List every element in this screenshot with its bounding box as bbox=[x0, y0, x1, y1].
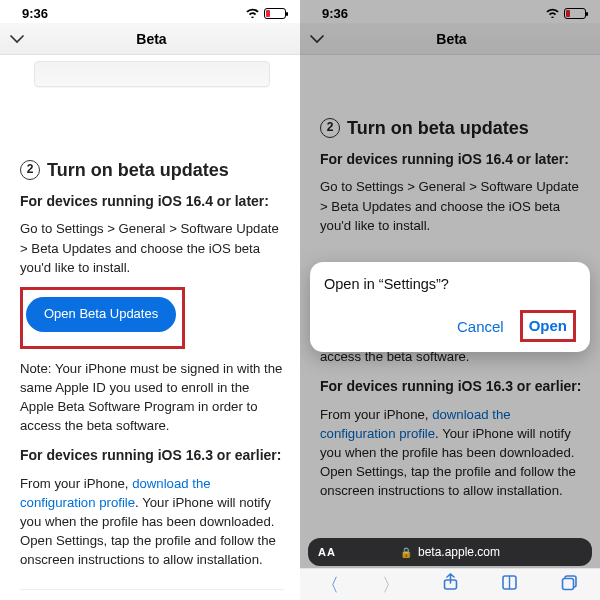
step-2-heading: 2Turn on beta updates bbox=[20, 157, 284, 183]
bottom-bar: 〈 〉 bbox=[300, 568, 600, 600]
subhead-164: For devices running iOS 16.4 or later: bbox=[20, 191, 284, 211]
bookmarks-icon[interactable] bbox=[501, 574, 518, 596]
left-screenshot: 9:36 Beta 2Turn on beta updates For devi… bbox=[0, 0, 300, 600]
open-button[interactable]: Open bbox=[529, 317, 567, 334]
lock-icon: 🔒 bbox=[400, 547, 412, 558]
preview-image bbox=[34, 61, 270, 87]
forward-icon: 〉 bbox=[382, 573, 400, 597]
modal-title: Open in “Settings”? bbox=[324, 276, 576, 292]
url-bar[interactable]: AA 🔒 beta.apple.com bbox=[308, 538, 592, 566]
share-icon[interactable] bbox=[442, 573, 459, 596]
back-chevron-icon[interactable] bbox=[10, 31, 24, 47]
cancel-button[interactable]: Cancel bbox=[457, 318, 504, 335]
nav-bar: Beta bbox=[0, 23, 300, 55]
battery-icon bbox=[264, 8, 286, 19]
status-time: 9:36 bbox=[22, 6, 48, 21]
profile-text: From your iPhone, download the configura… bbox=[20, 474, 284, 570]
right-screenshot: 9:36 Beta 2Turn on beta updates For devi… bbox=[300, 0, 600, 600]
url-host: beta.apple.com bbox=[418, 545, 500, 559]
status-right bbox=[245, 6, 286, 21]
highlight-open: Open bbox=[520, 310, 576, 342]
subhead-163: For devices running iOS 16.3 or earlier: bbox=[20, 445, 284, 465]
note-text: Note: Your iPhone must be signed in with… bbox=[20, 359, 284, 436]
safari-toolbar: AA 🔒 beta.apple.com 〈 〉 bbox=[300, 533, 600, 600]
page-title: Beta bbox=[133, 31, 166, 47]
open-in-settings-prompt: Open in “Settings”? Cancel Open bbox=[310, 262, 590, 352]
path-text: Go to Settings > General > Software Upda… bbox=[20, 219, 284, 276]
content: 2Turn on beta updates For devices runnin… bbox=[0, 61, 300, 600]
open-beta-updates-button[interactable]: Open Beta Updates bbox=[26, 297, 176, 332]
status-bar: 9:36 bbox=[0, 0, 300, 23]
wifi-icon bbox=[245, 6, 260, 21]
highlight-open-beta: Open Beta Updates bbox=[20, 287, 185, 349]
aa-icon[interactable]: AA bbox=[318, 546, 336, 558]
svg-rect-3 bbox=[562, 578, 573, 589]
back-icon[interactable]: 〈 bbox=[321, 573, 339, 597]
step-number: 2 bbox=[20, 160, 40, 180]
tabs-icon[interactable] bbox=[561, 574, 579, 596]
